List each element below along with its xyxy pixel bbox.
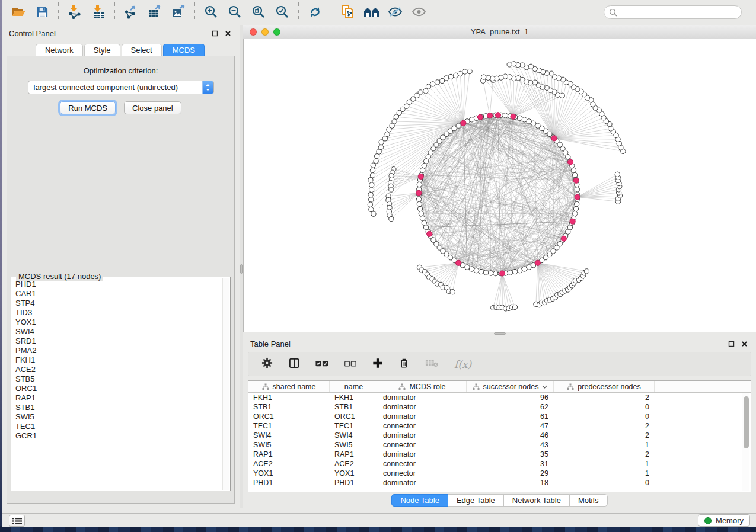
table-row[interactable]: TEC1TEC1connector472 [248,421,751,431]
close-panel-button[interactable]: Close panel [124,101,181,114]
zoom-in-icon[interactable] [199,2,223,22]
list-item[interactable]: TEC1 [15,422,222,431]
table-panel-header: Table Panel [243,335,756,352]
column-header-successor-nodes[interactable]: successor nodes [467,381,554,392]
list-item[interactable]: SWI5 [15,412,222,422]
select-all-icon[interactable] [315,359,328,370]
network-canvas[interactable] [243,39,756,332]
tab-style[interactable]: Style [84,44,120,56]
table-row[interactable]: SWI5SWI5connector431 [248,440,751,450]
open-icon[interactable] [7,2,30,22]
list-item[interactable]: RAP1 [15,393,222,403]
tab-mcds[interactable]: MCDS [163,44,205,56]
list-item[interactable]: STP4 [15,299,222,308]
add-column-icon[interactable] [372,358,383,371]
zoom-selected-icon[interactable] [270,2,294,22]
splitter-handle[interactable] [494,332,506,335]
search-input[interactable] [617,7,741,18]
refresh-icon[interactable] [303,2,327,22]
list-item[interactable]: PHD1 [15,280,222,289]
delete-column-icon[interactable] [399,357,409,371]
mcds-tab-content: Optimization criterion: largest connecte… [7,56,235,504]
table-row[interactable]: SWI4SWI4dominator462 [248,431,751,440]
tab-edge-table[interactable]: Edge Table [448,494,504,507]
minimize-traffic-light[interactable] [261,28,269,36]
table-toolbar: f(x) [248,352,751,376]
table-cell: dominator [378,412,467,421]
mcds-list-scrollbar[interactable] [222,278,229,490]
table-row[interactable]: ORC1ORC1dominator610 [248,412,751,421]
zoom-fit-icon[interactable] [247,2,270,22]
search-icon [609,8,617,17]
tab-motifs[interactable]: Motifs [569,494,608,507]
table-cell: connector [378,460,467,468]
duplicate-network-icon[interactable] [336,2,359,22]
float-icon[interactable] [210,28,219,38]
list-item[interactable]: YOX1 [15,318,222,327]
network-titlebar[interactable]: YPA_prune.txt_1 [243,25,756,39]
export-table-icon[interactable] [143,2,167,22]
tab-node-table[interactable]: Node Table [391,494,448,507]
task-history-button[interactable] [9,515,25,527]
list-item[interactable]: SWI4 [15,327,222,336]
hide-selected-icon[interactable] [383,2,407,22]
list-item[interactable]: CAR1 [15,289,222,299]
splitter-handle[interactable] [240,264,243,274]
column-header-predecessor-nodes[interactable]: predecessor nodes [554,381,655,392]
table-cell: 62 [467,403,554,411]
zoom-out-icon[interactable] [223,2,247,22]
table-row[interactable]: PHD1PHD1dominator180 [248,478,751,488]
table-scrollbar[interactable] [742,393,749,491]
show-all-icon[interactable] [407,2,430,22]
criterion-dropdown[interactable]: largest connected component (undirected) [28,81,214,94]
table-row[interactable]: RAP1RAP1dominator352 [248,450,751,459]
tab-select[interactable]: Select [122,44,162,56]
close-icon[interactable] [739,339,749,348]
column-header-shared-name[interactable]: shared name [248,381,330,392]
tab-network[interactable]: Network [36,44,83,56]
table-cell: TEC1 [248,422,330,430]
list-item[interactable]: STB5 [15,374,222,384]
close-icon[interactable] [223,28,232,38]
dropdown-stepper-icon [202,81,213,94]
list-item[interactable]: TID3 [15,308,222,318]
list-item[interactable]: ACE2 [15,365,222,374]
export-network-icon[interactable] [119,2,143,22]
memory-button[interactable]: Memory [698,514,750,527]
save-icon[interactable] [30,2,54,22]
table-cell: 1 [554,441,655,449]
run-mcds-button[interactable]: Run MCDS [60,101,116,114]
table-cell: TEC1 [330,422,378,430]
table-settings-icon[interactable] [261,357,273,371]
control-panel: Control Panel Network Style Select MCDS … [2,25,240,508]
mcds-result-list[interactable]: PHD1CAR1STP4TID3YOX1SWI4SRD1PMA2FKH1ACE2… [12,280,222,490]
export-image-icon[interactable] [167,2,190,22]
deselect-all-icon[interactable] [344,359,356,370]
tab-network-table[interactable]: Network Table [503,494,570,507]
list-item[interactable]: SRD1 [15,336,222,346]
first-neighbors-icon[interactable] [359,2,383,22]
table-row[interactable]: ACE2ACE2connector311 [248,459,751,469]
table-cell: RAP1 [248,450,330,459]
list-item[interactable]: STB1 [15,403,222,412]
list-item[interactable]: ORC1 [15,384,222,393]
table-row[interactable]: FKH1FKH1dominator962 [248,393,751,402]
zoom-traffic-light[interactable] [273,28,280,36]
column-header-mcds-role[interactable]: MCDS role [378,381,467,392]
column-header-name[interactable]: name [330,381,378,392]
criterion-label: Optimization criterion: [7,66,234,75]
table-row[interactable]: YOX1YOX1connector291 [248,469,751,478]
table-scrollbar-thumb[interactable] [744,396,749,448]
list-item[interactable]: FKH1 [15,355,222,365]
float-icon[interactable] [726,339,736,348]
network-window: YPA_prune.txt_1 [243,25,756,332]
import-network-icon[interactable] [63,2,87,22]
list-item[interactable]: GCR1 [15,431,222,441]
network-title: YPA_prune.txt_1 [243,27,756,36]
show-columns-icon[interactable] [289,358,299,371]
list-item[interactable]: PMA2 [15,346,222,355]
import-table-icon[interactable] [87,2,110,22]
close-traffic-light[interactable] [250,28,257,36]
table-row[interactable]: STB1STB1dominator620 [248,402,751,412]
toolbar-separator [331,2,331,21]
